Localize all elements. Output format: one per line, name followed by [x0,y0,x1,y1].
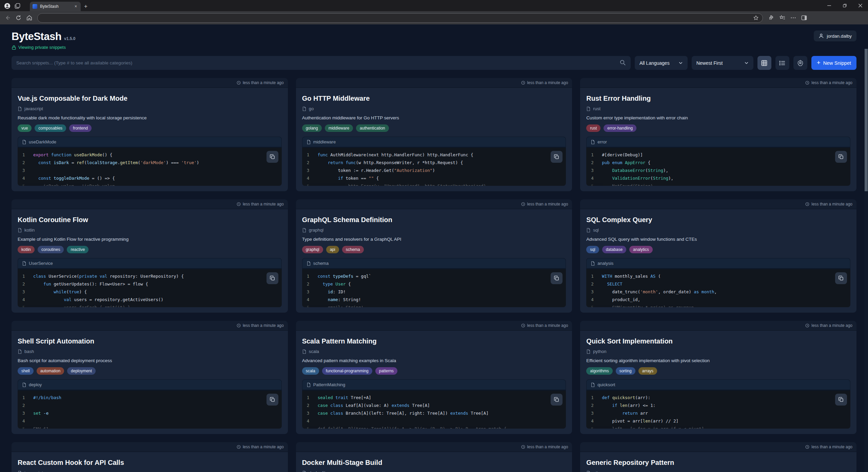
copy-code-button[interactable] [267,272,278,284]
code-fragment-header[interactable]: analysis [586,258,850,269]
tag-pill[interactable]: shell [18,367,34,375]
window-restore-button[interactable] [837,0,852,11]
code-fragment-header[interactable]: UserService [18,258,282,269]
snippet-card[interactable]: less than a minute agoQuick Sort Impleme… [580,321,856,434]
tag-pill[interactable]: error-handling [604,124,636,132]
page-scrollbar[interactable] [864,49,868,472]
code-fragment-header[interactable]: useDarkMode [18,137,282,148]
code-line: 1func AuthMiddleware(next http.HandlerFu… [307,151,561,159]
extensions-icon[interactable] [768,15,774,21]
code-fragment-header[interactable]: quicksort [586,379,850,391]
tag-pill[interactable]: schema [342,246,364,253]
address-bar[interactable] [37,13,763,23]
code-fragment-header[interactable]: error [586,137,850,148]
timestamp-text: less than a minute ago [243,80,284,85]
snippet-card[interactable]: less than a minute agoGo HTTP Middleware… [296,78,572,191]
code-preview[interactable]: 1#!/bin/bash23set -e45ENV=$1 [18,391,282,429]
tag-pill[interactable]: scala [302,367,319,375]
timestamp-text: less than a minute ago [811,445,852,449]
list-view-button[interactable] [775,56,789,70]
browser-profile-icon[interactable] [4,3,11,9]
snippet-card[interactable]: less than a minute agoSQL Complex Querys… [580,199,856,313]
bookmark-star-icon[interactable] [753,15,758,20]
sidebar-panel-icon[interactable] [801,15,807,21]
reload-button[interactable] [16,15,23,21]
copy-code-button[interactable] [835,151,847,163]
tab-close-icon[interactable]: × [74,4,78,9]
home-button[interactable] [26,15,34,21]
sort-order-dropdown[interactable]: Newest First [692,56,753,70]
copy-code-button[interactable] [267,151,278,163]
code-fragment-header[interactable]: deploy [18,379,282,391]
tag-pill[interactable]: patterns [375,367,397,375]
snippet-card[interactable]: less than a minute agoGeneric Repository… [580,442,856,472]
code-fragment-header[interactable]: schema [302,258,566,269]
snippet-card[interactable]: less than a minute agoReact Custom Hook … [12,442,288,472]
code-preview[interactable]: 1WITH monthly_sales AS (2 SELECT3 date_t… [586,269,850,307]
tag-pill[interactable]: arrays [638,367,657,375]
workspaces-icon[interactable] [15,3,20,9]
file-icon [18,349,22,354]
tag-pill[interactable]: middleware [325,124,353,132]
window-minimize-button[interactable] [821,0,837,11]
search-input[interactable] [12,56,631,70]
snippet-card[interactable]: less than a minute agoDocker Multi-Stage… [296,442,572,472]
snippet-card[interactable]: less than a minute agoKotlin Coroutine F… [12,199,288,313]
copy-code-button[interactable] [835,272,847,284]
code-preview[interactable]: 1export function useDarkMode() {2 const … [18,148,282,186]
tag-pill[interactable]: deployment [67,367,96,375]
code-preview[interactable]: 1sealed trait Tree[+A]2case class Leaf[A… [302,391,566,429]
tag-pill[interactable]: sorting [616,367,635,375]
code-fragment-header[interactable]: PatternMatching [302,379,566,391]
code-preview[interactable]: 1#[derive(Debug)]2pub enum AppError {3 D… [586,148,850,186]
scrollbar-thumb[interactable] [865,49,868,191]
snippet-card[interactable]: less than a minute agoGraphQL Schema Def… [296,199,572,313]
tag-pill[interactable]: database [602,246,626,253]
snippet-card[interactable]: less than a minute agoShell Script Autom… [12,321,288,434]
copy-code-button[interactable] [551,151,563,163]
tag-pill[interactable]: api [326,246,339,253]
favorites-icon[interactable] [780,15,785,21]
grid-view-button[interactable] [757,56,771,70]
snippet-card[interactable]: less than a minute agoRust Error Handlin… [580,78,856,191]
code-preview[interactable]: 1def quicksort(arr):2 if len(arr) <= 1:3… [586,391,850,429]
tag-pill[interactable]: authentication [356,124,389,132]
tag-pill[interactable]: reactive [67,246,88,253]
copy-code-button[interactable] [835,394,847,406]
tag-pill[interactable]: graphql [302,246,323,253]
clock-icon [521,81,525,85]
copy-code-button[interactable] [267,394,278,406]
tag-pill[interactable]: kotlin [18,246,35,253]
code-line: 2 SELECT [591,280,846,288]
back-button[interactable] [5,15,12,21]
snippet-card[interactable]: less than a minute agoVue.js Composable … [12,78,288,191]
code-preview[interactable]: 1func AuthMiddleware(next http.HandlerFu… [302,148,566,186]
browser-tab[interactable]: ByteStash × [30,2,81,11]
new-tab-button[interactable]: + [81,3,91,11]
browser-menu-icon[interactable] [791,15,796,20]
tag-pill[interactable]: composables [35,124,66,132]
tag-pill[interactable]: analytics [629,246,653,253]
tag-pill[interactable]: coroutines [38,246,64,253]
window-close-button[interactable] [852,0,868,11]
code-fragment-header[interactable]: middleware [302,137,566,148]
language-filter-dropdown[interactable]: All Languages [635,56,688,70]
snippet-card[interactable]: less than a minute agoScala Pattern Matc… [296,321,572,434]
copy-code-button[interactable] [551,394,563,406]
copy-code-button[interactable] [551,272,563,284]
tag-pill[interactable]: automation [37,367,64,375]
new-snippet-button[interactable]: + New Snippet [811,56,856,70]
tag-pill[interactable]: algorithms [586,367,612,375]
tag-pill[interactable]: sql [586,246,599,253]
code-preview[interactable]: 1const typeDefs = gql`2 type User {3 id:… [302,269,566,307]
tag-pill[interactable]: golang [302,124,322,132]
tag-pill[interactable]: vue [18,124,32,132]
code-preview[interactable]: 1class UserService(private val repositor… [18,269,282,307]
tag-pill[interactable]: functional-programming [322,367,372,375]
tag-list: shellautomationdeployment [18,367,282,375]
tag-pill[interactable]: rust [586,124,600,132]
user-menu-button[interactable]: jordan.dalby [814,31,856,41]
tag-pill[interactable]: frontend [69,124,92,132]
app-title: ByteStash [12,31,61,43]
settings-button[interactable] [793,56,807,70]
